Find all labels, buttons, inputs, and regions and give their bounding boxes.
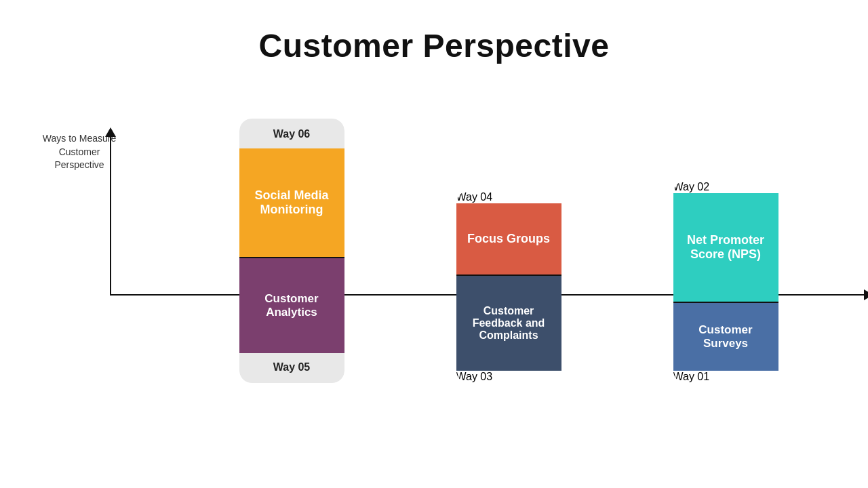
way04-label: Way 04: [456, 191, 561, 203]
axis-arrow-right: [864, 289, 868, 300]
page-title: Customer Perspective: [0, 0, 868, 64]
axis-label: Ways to Measure Customer Perspective: [42, 132, 117, 172]
way04-content: Focus Groups: [456, 203, 561, 274]
card-way05: Customer Analytics Way 05: [239, 258, 344, 383]
way06-label: Way 06: [239, 119, 344, 148]
way05-content: Customer Analytics: [239, 258, 344, 353]
axis-arrow-up: [105, 127, 116, 137]
way06-content: Social Media Monitoring: [239, 148, 344, 257]
way03-label: Way 03: [456, 371, 561, 383]
way02-label: Way 02: [673, 181, 778, 193]
card-way01: Customer Surveys Way 01: [673, 303, 778, 383]
way02-content: Net Promoter Score (NPS): [673, 193, 778, 302]
way03-content: Customer Feedback and Complaints: [456, 276, 561, 371]
way01-label: Way 01: [673, 371, 778, 383]
axis-vertical: [110, 132, 111, 295]
card-way06: Way 06 Social Media Monitoring: [239, 119, 344, 257]
card-way03: Customer Feedback and Complaints Way 03: [456, 276, 561, 383]
card-way04: Way 04 Focus Groups: [456, 191, 561, 274]
card-way02: Way 02 Net Promoter Score (NPS): [673, 181, 778, 302]
way05-label: Way 05: [239, 353, 344, 383]
way01-content: Customer Surveys: [673, 303, 778, 371]
